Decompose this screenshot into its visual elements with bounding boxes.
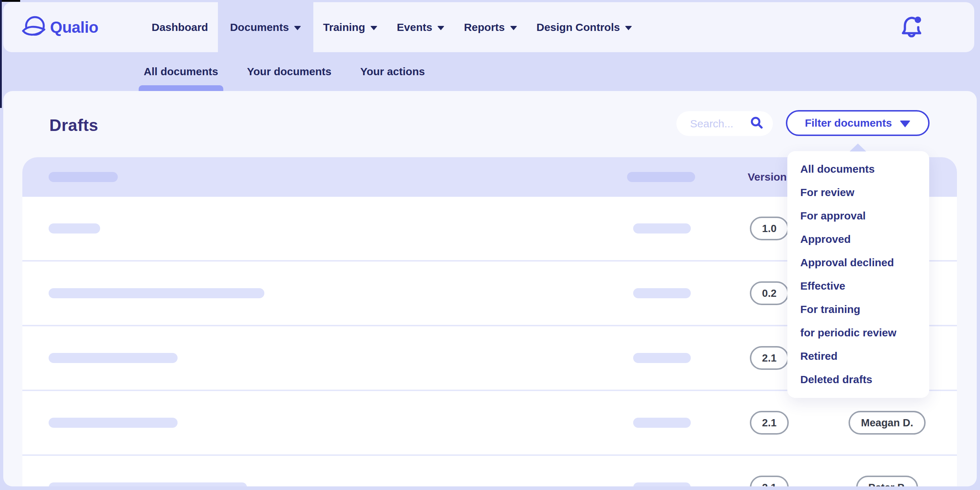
version-badge: 1.0: [750, 217, 789, 240]
active-tab-indicator: [138, 85, 223, 91]
nav-item-reports[interactable]: Reports: [454, 2, 527, 52]
column-header-version: Version: [748, 171, 787, 183]
version-cell: 1.0: [748, 197, 791, 260]
skeleton-bar: [633, 418, 691, 428]
skeleton-bar: [49, 224, 100, 233]
nav-item-training[interactable]: Training: [313, 2, 387, 52]
window-edge-artifact: [0, 0, 20, 2]
skeleton-bar: [49, 482, 247, 487]
documents-subnav: All documentsYour documentsYour actions: [138, 52, 430, 91]
version-badge: 2.1: [750, 411, 789, 434]
version-cell: 0.2: [748, 262, 791, 325]
dropdown-pointer-arrow: [850, 144, 866, 151]
nav-item-design-controls[interactable]: Design Controls: [527, 2, 642, 52]
search-box[interactable]: [676, 111, 773, 136]
nav-item-dashboard[interactable]: Dashboard: [142, 2, 218, 52]
tab-label: All documents: [144, 65, 218, 78]
tab-all-documents[interactable]: All documents: [138, 52, 223, 91]
chevron-down-icon: [900, 121, 910, 127]
menu-item-approved[interactable]: Approved: [788, 227, 929, 251]
version-badge: 2.1: [750, 476, 789, 487]
menu-item-all-documents[interactable]: All documents: [788, 157, 929, 181]
author-badge[interactable]: Peter P.: [856, 476, 918, 487]
skeleton-bar: [633, 353, 691, 363]
filter-documents-button[interactable]: Filter documents: [786, 110, 929, 136]
search-input[interactable]: [689, 117, 749, 130]
skeleton-bar: [633, 288, 691, 298]
filter-dropdown-menu: All documentsFor reviewFor approvalAppro…: [788, 151, 929, 398]
menu-item-deleted-drafts[interactable]: Deleted drafts: [788, 368, 929, 391]
app-screen: Qualio DashboardDocumentsTrainingEventsR…: [0, 0, 980, 490]
nav-item-events[interactable]: Events: [387, 2, 454, 52]
skeleton-bar: [627, 172, 695, 182]
bell-icon: [899, 14, 924, 41]
tab-your-documents[interactable]: Your documents: [242, 52, 336, 91]
search-icon[interactable]: [749, 116, 764, 132]
filter-documents-label: Filter documents: [805, 117, 892, 129]
skeleton-bar: [49, 172, 118, 182]
menu-item-for-periodic-review[interactable]: for periodic review: [788, 321, 929, 344]
tab-label: Your documents: [247, 65, 331, 78]
menu-item-approval-declined[interactable]: Approval declined: [788, 251, 929, 274]
nav-item-label: Design Controls: [537, 21, 620, 33]
menu-item-for-training[interactable]: For training: [788, 298, 929, 321]
skeleton-bar: [49, 288, 264, 298]
caret-down-icon: [437, 26, 444, 30]
caret-down-icon: [510, 26, 517, 30]
top-nav-bar: Qualio DashboardDocumentsTrainingEventsR…: [3, 2, 974, 52]
menu-item-retired[interactable]: Retired: [788, 344, 929, 368]
tab-your-actions[interactable]: Your actions: [355, 52, 430, 91]
unread-dot: [915, 16, 921, 23]
table-row[interactable]: 2.1Meagan D.: [22, 391, 957, 456]
caret-down-icon: [294, 26, 301, 30]
skeleton-bar: [633, 482, 691, 487]
notifications-button[interactable]: [899, 2, 924, 52]
qualio-logo-icon: [22, 16, 46, 39]
author-cell: Meagan D.: [826, 391, 948, 454]
nav-item-documents[interactable]: Documents: [218, 2, 313, 52]
window-edge-artifact-left: [0, 0, 2, 108]
main-nav: DashboardDocumentsTrainingEventsReportsD…: [142, 2, 642, 52]
author-badge[interactable]: Meagan D.: [848, 411, 925, 434]
author-cell: Peter P.: [826, 456, 948, 487]
caret-down-icon: [625, 26, 632, 30]
version-cell: 2.1: [748, 391, 791, 454]
menu-item-for-approval[interactable]: For approval: [788, 204, 929, 227]
nav-item-label: Reports: [464, 21, 504, 33]
caret-down-icon: [370, 26, 377, 30]
version-badge: 2.1: [750, 346, 789, 370]
nav-item-label: Events: [397, 21, 432, 33]
menu-item-for-review[interactable]: For review: [788, 181, 929, 204]
skeleton-bar: [633, 224, 691, 233]
nav-item-label: Training: [323, 21, 365, 33]
nav-item-label: Dashboard: [152, 21, 208, 33]
skeleton-bar: [49, 353, 178, 363]
version-badge: 0.2: [750, 281, 789, 305]
menu-item-effective[interactable]: Effective: [788, 274, 929, 298]
skeleton-bar: [49, 418, 178, 428]
tab-label: Your actions: [360, 65, 425, 78]
nav-item-label: Documents: [230, 21, 289, 33]
version-cell: 2.1: [748, 456, 791, 487]
version-cell: 2.1: [748, 326, 791, 390]
page-title: Drafts: [49, 116, 98, 135]
brand-logo[interactable]: Qualio: [22, 2, 98, 52]
table-row[interactable]: 2.1Peter P.: [22, 456, 957, 487]
brand-name: Qualio: [50, 18, 98, 36]
